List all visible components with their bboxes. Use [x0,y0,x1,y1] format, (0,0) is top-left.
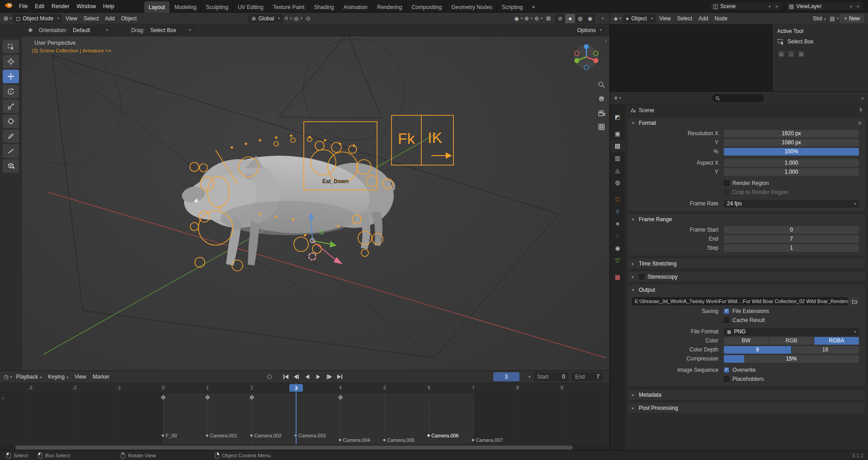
frame-rate-dropdown[interactable]: 24 fps ▾ [724,200,859,208]
color-bw-button[interactable]: BW [724,337,769,345]
frame-start-field[interactable]: Start 0 [533,372,569,381]
compression-slider[interactable]: 15% [724,355,859,363]
tool-option-3[interactable]: ▨ [797,50,805,58]
browse-material-button[interactable]: ▤▾ [829,14,840,23]
frame-start-prop-field[interactable]: 0 [724,226,859,234]
timeline-marker[interactable]: ◆ Camera.003 [294,433,326,438]
slot-menu[interactable]: Slot▾ [810,15,829,22]
render-region-checkbox[interactable] [724,180,729,186]
timeline-marker[interactable]: ◆ Camera.005 [383,437,415,443]
scale-tool[interactable] [3,100,19,113]
tab-uv-editing[interactable]: UV Editing [233,1,269,13]
auto-keyframe-toggle[interactable] [264,372,274,381]
pin-icon[interactable] [858,108,863,113]
timeline-track-area[interactable]: ‹ ◆ F_00 ◆ Camera.001 ◆ Camera.002 ◆ Cam… [0,393,609,444]
move-tool[interactable] [3,70,19,83]
shading-rendered-button[interactable]: ◉ [585,14,595,23]
blender-logo-icon[interactable] [0,2,15,10]
output-panel-header[interactable]: ▾ Output [628,285,865,295]
drag-dropdown[interactable]: Select Box ▾ [147,26,194,35]
depth-8-button[interactable]: 8 [724,346,792,354]
frame-end-field[interactable]: End 7 [571,372,603,381]
remove-viewlayer-icon[interactable]: × [856,4,860,9]
resolution-pct-slider[interactable]: 100% [724,148,859,156]
cursor-tool[interactable] [3,55,19,68]
timeline-editor-type-button[interactable]: ◷▾ [3,372,13,381]
playhead-frame-label[interactable]: 3 [289,384,303,392]
timeline-marker[interactable]: ◆ Camera.001 [206,433,237,438]
tab-geometry-nodes[interactable]: Geometry Nodes [447,1,497,13]
timeline-scrollbar[interactable] [0,445,609,450]
shading-wireframe-button[interactable]: ⊘ [555,14,565,23]
xray-toggle[interactable]: ⊠ [543,14,553,23]
sidebar-collapse-chevron[interactable]: ‹ [605,38,607,44]
tab-rendering[interactable]: Rendering [373,1,407,13]
select-box-tool[interactable] [3,40,19,53]
zoom-button[interactable] [596,79,607,90]
color-rgb-button[interactable]: RGB [769,337,814,345]
keyframe-diamond[interactable] [338,395,343,400]
tab-physics[interactable]: ◌ [610,230,625,242]
search-input[interactable] [722,95,761,101]
file-extensions-checkbox[interactable] [724,308,729,314]
menu-help[interactable]: Help [99,0,118,12]
menu-view[interactable]: View [62,15,80,22]
channel-collapse-chevron[interactable]: ‹ [2,395,4,401]
menu-edit[interactable]: Edit [31,0,48,12]
tool-option-1[interactable]: ▧ [777,50,785,58]
pan-button[interactable] [596,93,607,104]
navigation-gizmo[interactable] [572,43,601,71]
properties-search[interactable] [712,94,764,102]
file-format-dropdown[interactable]: ▦ PNG ▾ [724,328,859,336]
time-stretching-header[interactable]: ▸ Time Stretching [628,258,865,269]
rotate-tool[interactable] [3,85,19,98]
active-tool-row[interactable]: Select Box [777,38,863,45]
browse-folder-button[interactable] [850,297,859,305]
transform-orientation-dropdown[interactable]: ⊕ Global ▾ [248,14,283,23]
menu-object[interactable]: Object [118,15,140,22]
tab-constraints[interactable]: ◉ [610,242,625,254]
fk-ik-switch[interactable]: Fk IK [392,115,453,165]
resolution-y-field[interactable]: 1080 px [724,139,859,147]
tab-texture-paint[interactable]: Texture Paint [269,1,310,13]
shader-editor-canvas[interactable]: Active Tool Select Box ▧ ◫ ▨ [610,24,868,91]
options-button[interactable]: Options ▾ [574,26,605,35]
overwrite-checkbox[interactable] [724,367,729,373]
format-presets-icon[interactable]: ≡ [858,120,861,126]
prev-keyframe-button[interactable] [292,372,302,381]
menu-render[interactable]: Render [48,0,73,12]
measure-tool[interactable] [3,144,19,158]
proportional-edit-button[interactable]: ◎▾ [293,14,303,23]
format-panel-header[interactable]: ▾ Format ≡ [628,118,865,128]
play-button[interactable] [313,372,323,381]
tab-compositing[interactable]: Compositing [407,1,447,13]
frame-end-prop-field[interactable]: 7 [724,235,859,243]
transform-tool[interactable] [3,114,19,128]
timeline-scrollbar-thumb[interactable] [15,446,573,450]
tab-render[interactable]: ▣ [610,128,625,140]
tab-modifiers[interactable]: ◊ [610,205,625,218]
tab-tool[interactable]: ◩ [610,111,625,123]
placeholders-checkbox[interactable] [724,376,729,382]
shading-material-button[interactable]: ◍ [575,14,585,23]
frame-step-field[interactable]: 1 [724,244,859,252]
overlays-button[interactable]: ⊚▾ [533,14,543,23]
crop-region-checkbox[interactable] [724,190,729,195]
tab-modeling[interactable]: Modeling [170,1,202,13]
tab-object[interactable]: □ [610,193,625,205]
aspect-x-field[interactable]: 1.000 [724,159,859,167]
tab-layout[interactable]: Layout [144,1,170,13]
boar-model[interactable] [180,151,394,266]
toggle-ortho-button[interactable] [596,121,607,132]
viewport-canvas[interactable]: Eat_Down Fk IK [22,36,609,370]
output-path-field[interactable]: E:\Shravan_3d_Work\A_Twinky Work\Fur Wil… [632,297,848,305]
unlink-scene-icon[interactable]: × [774,4,779,9]
filter-dropdown-icon[interactable]: ▾ [862,96,863,100]
tab-shading[interactable]: Shading [310,1,339,13]
playback-menu[interactable]: Playback▾ [13,374,45,380]
se-menu-select[interactable]: Select [674,15,695,22]
keying-menu[interactable]: Keying▾ [45,374,71,380]
annotate-tool[interactable] [3,129,19,143]
play-reverse-button[interactable] [302,372,312,381]
scene-selector[interactable]: ◫ Scene + × [710,2,782,11]
